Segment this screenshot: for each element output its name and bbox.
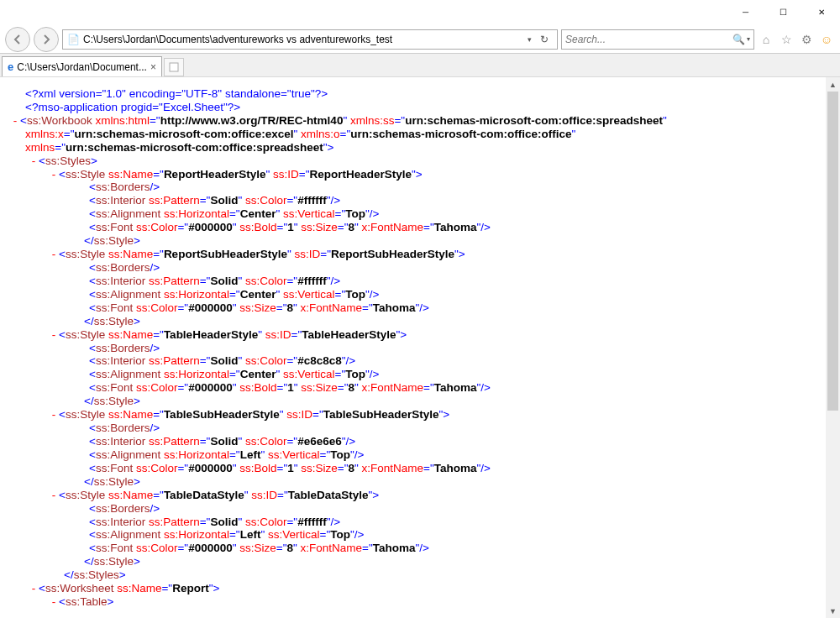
toolbar: 📄 C:\Users\Jordan\Documents\adventurewor… (0, 25, 840, 54)
xml-view: <?xml version="1.0" encoding="UTF-8" sta… (0, 77, 826, 618)
tab-active[interactable]: e C:\Users\Jordan\Document... × (2, 56, 162, 76)
maximize-button[interactable]: ☐ (764, 0, 802, 24)
content-area: <?xml version="1.0" encoding="UTF-8" sta… (0, 77, 840, 618)
tab-title: C:\Users\Jordan\Document... (17, 61, 147, 73)
home-icon[interactable]: ⌂ (758, 31, 774, 48)
search-input[interactable] (565, 34, 731, 45)
scrollbar[interactable]: ▲ ▼ (826, 77, 840, 618)
ie-icon: e (8, 60, 13, 73)
svg-rect-0 (170, 63, 178, 71)
smiley-icon[interactable]: ☺ (818, 31, 835, 48)
tab-strip: e C:\Users\Jordan\Document... × (0, 54, 840, 77)
new-tab-icon (169, 62, 179, 72)
scroll-down-button[interactable]: ▼ (826, 604, 840, 618)
new-tab-button[interactable] (164, 58, 184, 76)
address-bar[interactable]: 📄 C:\Users\Jordan\Documents\adventurewor… (62, 29, 558, 50)
search-icon[interactable]: 🔍 (731, 34, 747, 45)
scroll-up-button[interactable]: ▲ (826, 77, 840, 92)
favorites-icon[interactable]: ☆ (778, 31, 795, 48)
arrow-right-icon (40, 34, 52, 45)
scroll-track[interactable] (826, 92, 840, 604)
refresh-button[interactable]: ↻ (535, 34, 554, 45)
titlebar: ─ ☐ ✕ (0, 0, 840, 25)
close-button[interactable]: ✕ (802, 0, 840, 24)
gear-icon[interactable]: ⚙ (798, 31, 815, 48)
search-dropdown-icon[interactable]: ▾ (747, 35, 750, 43)
search-bar[interactable]: 🔍 ▾ (561, 29, 754, 50)
scroll-thumb[interactable] (827, 92, 838, 411)
arrow-left-icon (12, 34, 24, 45)
minimize-button[interactable]: ─ (727, 0, 764, 24)
address-path: C:\Users\Jordan\Documents\adventureworks… (83, 34, 524, 45)
forward-button[interactable] (34, 27, 59, 52)
back-button[interactable] (5, 27, 30, 52)
file-icon: 📄 (66, 33, 80, 46)
close-tab-icon[interactable]: × (150, 61, 156, 73)
address-dropdown-icon[interactable]: ▾ (524, 35, 535, 44)
